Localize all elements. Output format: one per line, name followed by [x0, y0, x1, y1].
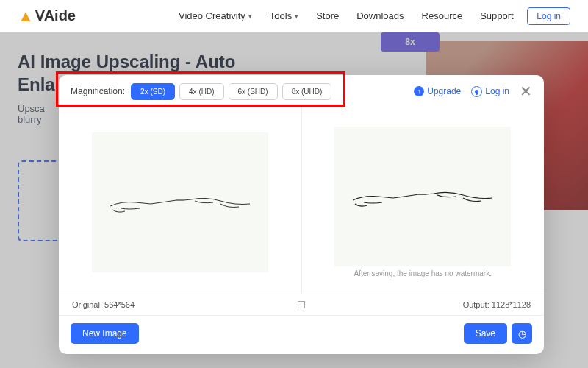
- modal-header: Magnification: 2x (SD) 4x (HD) 6x (SHD) …: [59, 75, 544, 106]
- compare-toggle-icon[interactable]: [298, 301, 305, 308]
- nav-tools[interactable]: Tools▾: [270, 10, 298, 21]
- header-login-button[interactable]: Log in: [527, 7, 570, 25]
- nav-resource[interactable]: Resource: [422, 10, 463, 21]
- new-image-button[interactable]: New Image: [71, 323, 139, 344]
- magnification-options: 2x (SD) 4x (HD) 6x (SHD) 8x (UHD): [131, 83, 331, 100]
- upscale-modal: Magnification: 2x (SD) 4x (HD) 6x (SHD) …: [59, 75, 544, 354]
- nav-support[interactable]: Support: [480, 10, 514, 21]
- logo-text: VAide: [35, 7, 76, 24]
- chevron-down-icon: ▾: [248, 13, 252, 20]
- nav-video-creativity[interactable]: Video Creativity▾: [179, 10, 252, 21]
- mag-option-4x[interactable]: 4x (HD): [179, 83, 223, 100]
- top-nav: ▲VAide Video Creativity▾ Tools▾ Store Do…: [0, 0, 588, 32]
- info-bar: Original: 564*564 Output: 1128*1128: [59, 294, 544, 316]
- output-pane: After saving, the image has no watermark…: [302, 106, 545, 294]
- nav-downloads[interactable]: Downloads: [356, 10, 404, 21]
- magnification-label: Magnification:: [71, 86, 125, 96]
- upgrade-icon: ↑: [414, 86, 424, 96]
- original-dimensions: Original: 564*564: [72, 300, 135, 309]
- compare-area: After saving, the image has no watermark…: [59, 106, 544, 294]
- output-image: [334, 127, 511, 266]
- mag-option-6x[interactable]: 6x (SHD): [229, 83, 278, 100]
- original-image: [92, 132, 268, 272]
- hands-illustration: [349, 167, 496, 226]
- close-icon[interactable]: ✕: [520, 82, 532, 100]
- nav-store[interactable]: Store: [316, 10, 339, 21]
- main-nav: Video Creativity▾ Tools▾ Store Downloads…: [179, 10, 514, 21]
- logo-icon: ▲: [18, 7, 34, 26]
- user-icon: [471, 86, 482, 97]
- save-button[interactable]: Save: [464, 323, 507, 344]
- chevron-down-icon: ▾: [295, 13, 298, 20]
- save-history-icon[interactable]: ◷: [512, 323, 532, 344]
- output-dimensions: Output: 1128*1128: [463, 300, 531, 309]
- mag-option-8x[interactable]: 8x (UHD): [282, 83, 332, 100]
- original-pane: [59, 106, 302, 294]
- hands-illustration: [107, 173, 254, 232]
- modal-header-right: ↑ Upgrade Log in ✕: [414, 82, 532, 100]
- watermark-note: After saving, the image has no watermark…: [354, 269, 492, 277]
- logo[interactable]: ▲VAide: [18, 7, 76, 26]
- modal-login-link[interactable]: Log in: [471, 86, 509, 97]
- modal-footer: New Image Save ◷: [59, 316, 544, 354]
- mag-option-2x[interactable]: 2x (SD): [131, 83, 175, 100]
- upgrade-link[interactable]: ↑ Upgrade: [414, 86, 461, 96]
